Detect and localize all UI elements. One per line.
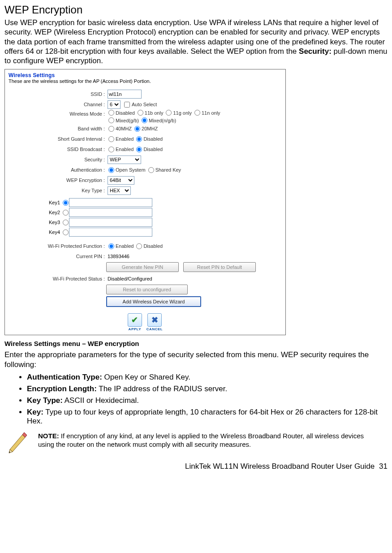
panel-subtitle: These are the wireless settings for the … — [9, 78, 282, 84]
generate-pin-button[interactable]: Generate New PIN — [106, 262, 179, 272]
ssidb-enabled[interactable]: Enabled — [108, 147, 134, 152]
sgi-label: Short Guard Interval : — [9, 136, 108, 142]
key2-radio[interactable] — [63, 210, 69, 216]
auto-select-label: Auto Select — [132, 102, 157, 107]
panel-title: Wireless Settings — [9, 72, 282, 78]
page-footer: LinkTek WL11N Wireless Broadband Router … — [4, 462, 388, 471]
bullet-list: Authentication Type: Open Key or Shared … — [27, 373, 388, 426]
wmode-11g[interactable]: 11g only — [165, 110, 192, 116]
key4-radio[interactable] — [63, 229, 69, 235]
paragraph-2: Enter the appropriate parameters for the… — [4, 350, 388, 369]
key3-label: Key3 — [9, 220, 62, 225]
note-body: If encryption of any kind, at any level … — [38, 432, 364, 448]
list-item: Key Type: ASCII or Hexidecimal. — [27, 396, 388, 405]
section-heading: WEP Encryption — [4, 4, 388, 16]
bw-20[interactable]: 20MHZ — [134, 126, 158, 132]
reset-pin-button[interactable]: Reset PIN to Default — [183, 262, 256, 272]
bandwidth-label: Band width : — [9, 126, 108, 131]
pin-label: Current PIN : — [9, 254, 108, 259]
auto-select-option[interactable]: Auto Select — [122, 102, 157, 108]
figure-caption: Wireless Settings menu – WEP encryption — [4, 340, 388, 347]
add-wireless-wizard-button[interactable]: Add Wireless Device Wizard — [106, 296, 201, 307]
wireless-settings-panel: Wireless Settings These are the wireless… — [4, 69, 286, 335]
key4-input[interactable] — [69, 228, 152, 237]
key3-radio[interactable] — [63, 220, 69, 225]
key2-label: Key2 — [9, 210, 62, 215]
wepenc-label: WEP Encryption : — [9, 177, 108, 183]
key3-input[interactable] — [69, 218, 152, 227]
list-item: Authentication Type: Open Key or Shared … — [27, 373, 388, 382]
list-item: Encryption Length: The IP address of the… — [27, 385, 388, 393]
sgi-disabled[interactable]: Disabled — [135, 136, 163, 142]
footer-title: LinkTek WL11N Wireless Broadband Router … — [185, 462, 375, 471]
sgi-enabled[interactable]: Enabled — [108, 136, 134, 142]
security-select[interactable]: WEP — [108, 156, 141, 164]
auth-label: Authentication : — [9, 167, 108, 173]
wps-status-value: Disabled/Configured — [108, 276, 152, 281]
pin-value: 13893446 — [108, 254, 129, 259]
wpf-label: Wi-Fi Protected Function : — [9, 243, 108, 249]
intro-paragraph: Use WEP encryption for basic wireless da… — [4, 18, 388, 65]
bw-40[interactable]: 40MHZ — [108, 126, 132, 132]
auth-shared[interactable]: Shared Key — [147, 167, 181, 173]
wpf-enabled[interactable]: Enabled — [108, 243, 134, 249]
channel-select[interactable]: 6 — [108, 100, 121, 109]
x-icon: ✖ — [151, 315, 158, 325]
security-label: Security : — [9, 157, 108, 162]
wmode-11b[interactable]: 11b only — [137, 110, 164, 116]
key1-radio[interactable] — [63, 200, 69, 206]
wpf-disabled[interactable]: Disabled — [135, 243, 163, 249]
page-number: 31 — [377, 462, 388, 471]
key1-label: Key1 — [9, 200, 62, 205]
wmode-11n[interactable]: 11n only — [194, 110, 220, 116]
key1-input[interactable] — [69, 198, 152, 207]
intro-bold: Security: — [299, 47, 332, 56]
ssid-broadcast-label: SSID Broadcast : — [9, 147, 108, 152]
ssid-input[interactable] — [108, 90, 142, 99]
wps-status-label: Wi-Fi Protected Status : — [9, 276, 108, 281]
pencil-icon — [4, 429, 29, 454]
check-icon: ✔ — [131, 315, 138, 325]
apply-button[interactable]: ✔ — [128, 313, 142, 327]
ssid-label: SSID : — [9, 91, 108, 97]
note-label: NOTE: — [38, 432, 59, 440]
wepenc-select[interactable]: 64Bit — [108, 176, 134, 185]
auth-open[interactable]: Open System — [108, 167, 146, 173]
apply-label: APPLY — [129, 327, 141, 331]
reset-unconfigured-button[interactable]: Reset to unconfigured — [106, 285, 188, 294]
channel-label: Channel : — [9, 102, 108, 107]
key2-input[interactable] — [69, 208, 152, 217]
wmode-mixed-gb[interactable]: Mixed(g/b) — [108, 117, 139, 123]
cancel-button[interactable]: ✖ — [147, 313, 162, 327]
list-item: Key: Type up to four keys of appropriate… — [27, 408, 388, 426]
ssidb-disabled[interactable]: Disabled — [135, 147, 163, 152]
wmode-mixed-ngb[interactable]: Mixed(n/g/b) — [141, 117, 176, 123]
auto-select-checkbox[interactable] — [124, 102, 130, 108]
keytype-select[interactable]: HEX — [108, 186, 131, 195]
cancel-label: CANCEL — [146, 327, 163, 331]
keytype-label: Key Type : — [9, 188, 108, 193]
wmode-disabled[interactable]: Disabled — [108, 110, 135, 116]
wireless-mode-label: Wireless Mode : — [9, 110, 108, 117]
key4-label: Key4 — [9, 229, 62, 235]
note-text: NOTE: If encryption of any kind, at any … — [38, 429, 388, 449]
